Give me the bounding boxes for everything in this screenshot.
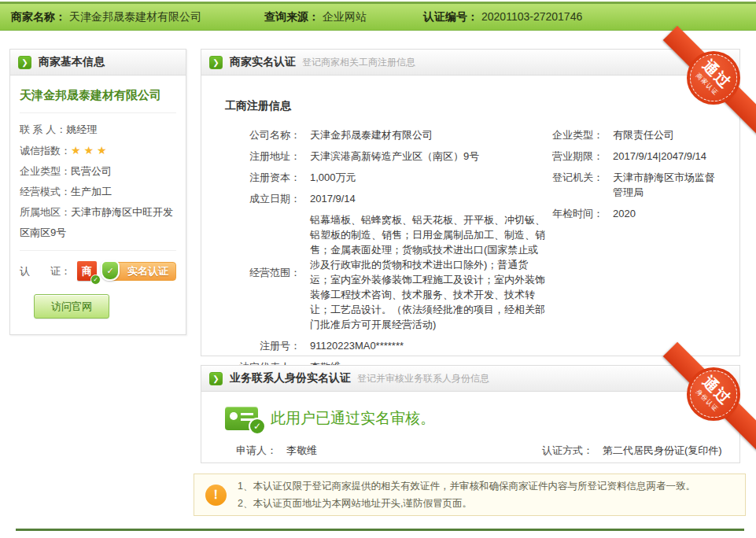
merchant-name-value: 天津金邦晟泰建材有限公司 [69, 10, 201, 24]
disclaimer-notice: ！ 1、本认证仅限于登记商家提供的相关有效证件，并审核和确保商家证件内容与所登记… [194, 474, 746, 516]
star-rating-icon: ★★★ [71, 144, 110, 157]
contact-value: 姚经理 [66, 123, 97, 135]
merchant-cert-header: ❯ 商家实名认证 登记商家相关工商注册信息 [201, 50, 739, 76]
registration-info-body: 工商注册信息 公司名称： 天津金邦晟泰建材有限公司 注册地址： 天津滨港高新铸造… [201, 76, 739, 389]
annual-inspection-label: 年检时间： [551, 206, 603, 221]
id-card-face [230, 412, 238, 420]
shield-check-icon: ✓ [101, 260, 120, 281]
registered-capital-label: 注册资本： [225, 170, 301, 185]
identity-cert-header: ❯ 业务联系人身份实名认证 登记并审核业务联系人身份信息 [201, 366, 739, 392]
registered-address-value: 天津滨港高新铸造产业区（南区）9号 [310, 149, 546, 164]
applicant-row: 申请人： 李敬维 认证方式： 第二代居民身份证(复印件) [201, 443, 739, 458]
enterprise-type-label: 企业类型： [551, 127, 603, 142]
disclaimer-line-2: 2、本认证页面地址为本网站地址开头,谨防假冒页面。 [238, 495, 695, 512]
query-source-value: 企业网站 [323, 10, 367, 24]
registration-authority-label: 登记机关： [551, 170, 603, 200]
contact-label: 联 系 人： [20, 123, 66, 135]
registration-number-value: 91120223MA0******* [310, 338, 546, 353]
enterprise-type-row: 企业类型： 有限责任公司 [551, 127, 724, 142]
verification-status-row: ✓ 此用户已通过实名审核。 [201, 392, 739, 430]
registered-address-label: 注册地址： [225, 149, 301, 164]
topbar-source: 查询来源： 企业网站 [264, 10, 367, 24]
established-date-value: 2017/9/14 [310, 191, 546, 206]
warning-icon: ！ [205, 485, 227, 506]
visit-website-button[interactable]: 访问官网 [34, 294, 109, 319]
green-arrow-icon: ❯ [18, 56, 31, 69]
registration-right-column: 企业类型： 有限责任公司 营业期限： 2017/9/14|2047/9/14 登… [551, 127, 724, 381]
id-card-icon: ✓ [225, 407, 258, 430]
topbar-cert-no: 认证编号： 20201103-27201746 [423, 10, 582, 24]
disclaimer-line-1: 1、本认证仅限于登记商家提供的相关有效证件，并审核和确保商家证件内容与所登记资料… [238, 477, 695, 495]
merchant-cert-subtitle: 登记商家相关工商注册信息 [302, 56, 415, 69]
company-name-value: 天津金邦晟泰建材有限公司 [310, 127, 546, 142]
enterprise-type-row: 企业类型：民营公司 [20, 161, 176, 182]
realname-badge-label: 实名认证 [127, 265, 168, 277]
cert-no-label: 认证编号： [423, 10, 478, 24]
main-content: ❯ 商家实名认证 登记商家相关工商注册信息 通过 商家认证 工商注册信息 公司名… [201, 49, 740, 463]
sidebar-header: ❯ 商家基本信息 [10, 50, 186, 76]
green-arrow-icon: ❯ [209, 372, 223, 385]
established-date-row: 成立日期： 2017/9/14 [225, 191, 551, 206]
region-row: 所属地区：天津市静海区中旺开发区南区9号 [20, 202, 176, 243]
cert-no-value: 20201103-27201746 [481, 10, 582, 24]
registration-number-row: 注册号： 91120223MA0******* [225, 338, 551, 353]
merchant-name-label: 商家名称： [11, 10, 66, 24]
credit-label: 诚信指数： [20, 145, 71, 157]
identity-cert-subtitle: 登记并审核业务联系人身份信息 [357, 372, 489, 385]
annual-inspection-value: 2020 [613, 206, 636, 221]
cert-method-value: 第二代居民身份证(复印件) [603, 443, 722, 458]
applicant-label: 申请人： [201, 443, 277, 458]
registration-number-label: 注册号： [225, 338, 301, 353]
identity-cert-panel: ❯ 业务联系人身份实名认证 登记并审核业务联系人身份信息 通过 身份认证 ✓ 此… [201, 365, 740, 463]
green-arrow-icon: ❯ [209, 56, 223, 69]
realname-cert-badge[interactable]: ✓ 实名认证 [109, 262, 176, 281]
registration-authority-row: 登记机关： 天津市静海区市场监督管理局 [551, 170, 724, 200]
registered-address-row: 注册地址： 天津滨港高新铸造产业区（南区）9号 [225, 149, 551, 164]
cert-method-label: 认证方式： [530, 443, 593, 458]
identity-cert-title: 业务联系人身份实名认证 [230, 371, 351, 385]
merchant-cert-icon[interactable]: 商 ✓ [77, 261, 97, 281]
query-source-label: 查询来源： [264, 10, 319, 24]
business-mode-value: 生产加工 [71, 186, 112, 197]
sidebar-company-name: 天津金邦晟泰建材有限公司 [20, 82, 176, 113]
business-mode-label: 经营模式： [20, 186, 71, 197]
enterprise-type-label: 企业类型： [20, 165, 71, 177]
footer-divider [16, 529, 744, 531]
registered-capital-row: 注册资本： 1,000万元 [225, 170, 551, 185]
merchant-cert-title: 商家实名认证 [230, 55, 296, 69]
business-scope-row: 经营范围： 铝幕墙板、铝蜂窝板、铝天花板、开平板、冲切钣、铝塑板的制造、销售；日… [225, 212, 551, 332]
merchant-cert-panel: ❯ 商家实名认证 登记商家相关工商注册信息 通过 商家认证 工商注册信息 公司名… [201, 49, 740, 356]
company-name-row: 公司名称： 天津金邦晟泰建材有限公司 [225, 127, 551, 142]
merchant-info-sidebar: ❯ 商家基本信息 天津金邦晟泰建材有限公司 联 系 人：姚经理 诚信指数：★★★… [9, 49, 186, 335]
credit-row: 诚信指数：★★★ [20, 140, 176, 161]
business-scope-label: 经营范围： [225, 265, 301, 280]
established-date-label: 成立日期： [225, 191, 301, 206]
id-card-line [241, 413, 253, 415]
certification-label: 认 证： [20, 264, 71, 278]
certification-row: 认 证： 商 ✓ ✓ 实名认证 [20, 250, 176, 281]
business-mode-row: 经营模式：生产加工 [20, 182, 176, 202]
company-name-label: 公司名称： [225, 127, 301, 142]
annual-inspection-row: 年检时间： 2020 [551, 206, 724, 221]
topbar-merchant: 商家名称： 天津金邦晟泰建材有限公司 [11, 10, 201, 24]
registration-authority-value: 天津市静海区市场监督管理局 [613, 170, 724, 200]
enterprise-type-value: 民营公司 [71, 165, 112, 177]
business-term-value: 2017/9/14|2047/9/14 [613, 149, 706, 164]
applicant-value: 李敬维 [286, 443, 317, 458]
cert-method-group: 认证方式： 第二代居民身份证(复印件) [530, 443, 722, 458]
registration-left-column: 公司名称： 天津金邦晟泰建材有限公司 注册地址： 天津滨港高新铸造产业区（南区）… [225, 127, 551, 381]
business-term-row: 营业期限： 2017/9/14|2047/9/14 [551, 149, 724, 164]
region-label: 所属地区： [20, 206, 71, 218]
business-scope-value: 铝幕墙板、铝蜂窝板、铝天花板、开平板、冲切钣、铝塑板的制造、销售；日用金属制品加… [310, 212, 546, 332]
enterprise-type-value: 有限责任公司 [613, 127, 674, 142]
sidebar-title: 商家基本信息 [39, 55, 105, 69]
disclaimer-lines: 1、本认证仅限于登记商家提供的相关有效证件，并审核和确保商家证件内容与所登记资料… [238, 477, 695, 512]
contact-row: 联 系 人：姚经理 [20, 120, 176, 140]
sidebar-body: 天津金邦晟泰建材有限公司 联 系 人：姚经理 诚信指数：★★★ 企业类型：民营公… [10, 76, 186, 334]
check-icon: ✓ [90, 275, 101, 285]
merchant-topbar: 商家名称： 天津金邦晟泰建材有限公司 查询来源： 企业网站 认证编号： 2020… [0, 2, 756, 31]
registration-section-title: 工商注册信息 [225, 99, 724, 113]
registered-capital-value: 1,000万元 [310, 170, 546, 185]
check-icon: ✓ [249, 418, 266, 435]
business-term-label: 营业期限： [551, 149, 603, 164]
